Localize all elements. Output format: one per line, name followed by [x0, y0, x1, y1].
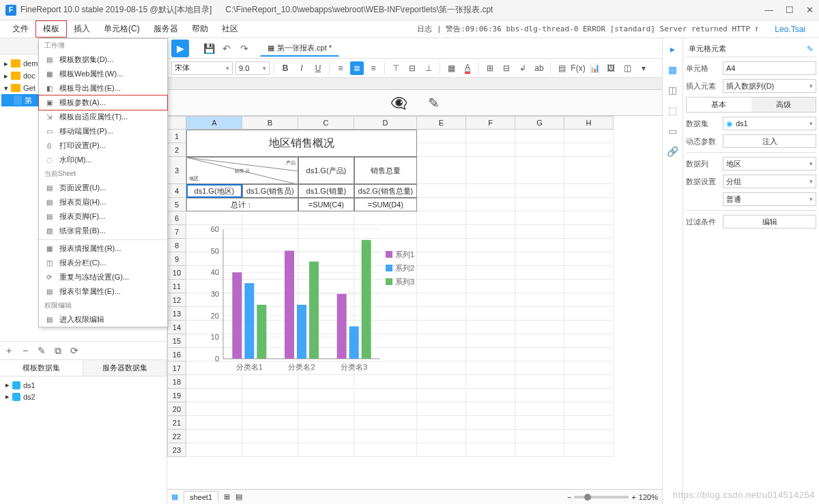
dataset-select[interactable]: ◉ds1 — [723, 117, 816, 130]
diag-cell[interactable]: 产品 销售员 地区 — [186, 157, 298, 184]
grid-icon[interactable]: ▦ — [666, 63, 680, 76]
style-icon[interactable]: ◫ — [666, 83, 680, 97]
refresh-button[interactable]: ⟳ — [68, 344, 81, 357]
dd-auth-edit[interactable]: ▤进入权限编辑 — [39, 312, 167, 327]
col-header[interactable]: E — [417, 116, 466, 130]
row-header[interactable]: 21 — [167, 416, 186, 430]
row-header[interactable]: 17 — [167, 361, 186, 375]
menu-community[interactable]: 社区 — [215, 21, 245, 37]
row-header[interactable]: 10 — [167, 266, 186, 280]
unmerge-icon[interactable]: ⊟ — [500, 61, 513, 75]
function-icon[interactable]: F(x) — [571, 61, 585, 75]
dataset-item[interactable]: ▸ds2 — [3, 391, 164, 402]
add-button[interactable]: + — [3, 344, 15, 357]
dd-template-params[interactable]: ▣模板参数(A)... — [38, 95, 168, 110]
border-icon[interactable]: ▦ — [444, 61, 458, 75]
embedded-chart[interactable]: 0102030405060分类名1分类名2分类名3系列1系列2系列3 — [196, 222, 428, 379]
row-header[interactable]: 13 — [167, 307, 186, 321]
col-header[interactable]: C — [298, 116, 354, 130]
copy-button[interactable]: ⧉ — [52, 344, 64, 357]
row-header[interactable]: 11 — [167, 280, 186, 293]
sheet-tab[interactable]: sheet1 — [184, 491, 218, 503]
title-cell[interactable]: 地区销售概况 — [186, 130, 417, 157]
rp-tab-advanced[interactable]: 高级 — [751, 98, 816, 112]
filter-edit-button[interactable]: 编辑 — [723, 215, 816, 228]
col-header[interactable]: D — [354, 116, 417, 130]
row-header[interactable]: 6 — [167, 211, 186, 225]
col-header[interactable]: B — [242, 116, 298, 130]
size-select[interactable]: 9.0 — [235, 61, 270, 75]
dd-mobile[interactable]: ▭移动端属性(P)... — [39, 124, 167, 138]
remove-button[interactable]: − — [19, 344, 31, 357]
image-icon[interactable]: 🖼 — [604, 61, 618, 75]
corner-cell[interactable] — [167, 116, 186, 130]
add-sheet-icon[interactable]: ⊞ — [224, 492, 230, 501]
align-left-icon[interactable]: ≡ — [334, 61, 347, 75]
maximize-button[interactable]: ☐ — [786, 5, 794, 15]
user-name[interactable]: Leo.Tsai — [766, 23, 814, 35]
expand-icon[interactable]: ⬚ — [666, 104, 680, 117]
ds-tab-template[interactable]: 模板数据集 — [0, 360, 83, 376]
cell-element-icon[interactable]: ▸ — [666, 42, 680, 56]
dataset-item[interactable]: ▸ds1 — [3, 379, 164, 391]
row-header[interactable]: 20 — [167, 402, 186, 416]
dd-paper-bg[interactable]: ▨纸张背景(B)... — [39, 224, 167, 238]
menu-server[interactable]: 服务器 — [147, 21, 185, 37]
sheet-menu-icon[interactable]: ▤ — [235, 492, 242, 501]
chart-icon[interactable]: 📊 — [588, 61, 601, 75]
dd-template-adaptive[interactable]: ⇲模板自适应属性(T)... — [39, 110, 167, 124]
wrap-icon[interactable]: ↲ — [516, 61, 530, 75]
align-center-icon[interactable]: ≣ — [350, 61, 364, 75]
close-button[interactable]: ✕ — [806, 5, 814, 15]
parameter-bar[interactable]: 👁‍🗨 ✎ — [167, 90, 662, 116]
cell-ref-input[interactable]: A4 — [723, 61, 816, 75]
dd-watermark[interactable]: ◌水印(M)... — [39, 153, 167, 167]
dd-template-web[interactable]: ▦模板Web属性(W)... — [39, 67, 167, 81]
menu-insert[interactable]: 插入 — [67, 21, 97, 37]
row-header[interactable]: 14 — [167, 321, 186, 334]
dd-repeat-freeze[interactable]: ⟳重复与冻结设置(G)... — [39, 270, 167, 284]
zoom-out-icon[interactable]: − — [567, 493, 571, 501]
italic-icon[interactable]: I — [295, 61, 308, 75]
row-header[interactable]: 15 — [167, 334, 186, 348]
merge-icon[interactable]: ⊞ — [483, 61, 497, 75]
row-header[interactable]: 9 — [167, 252, 186, 266]
row-header[interactable]: 23 — [167, 443, 186, 457]
cell[interactable]: 销售总量 — [354, 157, 417, 184]
cell[interactable]: ds1.G(销售员) — [242, 184, 298, 198]
zoom-slider[interactable] — [574, 496, 629, 499]
font-select[interactable]: 宋体 — [171, 61, 233, 75]
row-header[interactable]: 5 — [167, 198, 186, 211]
menu-template[interactable]: 模板 — [35, 20, 67, 38]
row-header[interactable]: 3 — [167, 157, 186, 184]
link-icon[interactable]: 🔗 — [666, 145, 680, 158]
cell[interactable]: ds1.G(产品) — [298, 157, 354, 184]
preview-button[interactable]: ▶ — [171, 40, 189, 57]
col-header[interactable]: F — [466, 116, 515, 130]
gear-icon[interactable]: ✎ — [807, 44, 814, 54]
underline-icon[interactable]: U — [311, 61, 325, 75]
dd-print[interactable]: ⎙打印设置(P)... — [39, 138, 167, 153]
align-right-icon[interactable]: ≡ — [367, 61, 380, 75]
row-header[interactable]: 1 — [167, 130, 186, 143]
redo-icon[interactable]: ↷ — [237, 41, 252, 56]
doc-tab[interactable]: ▦第一张报表.cpt * — [260, 40, 339, 57]
edit-ds-button[interactable]: ✎ — [35, 344, 48, 357]
fontcolor-icon[interactable]: A — [461, 61, 474, 75]
row-header[interactable]: 7 — [167, 225, 186, 239]
dd-template-dataset[interactable]: ▤模板数据集(D)... — [39, 53, 167, 67]
row-header[interactable]: 19 — [167, 389, 186, 402]
cell[interactable]: ds2.G(销售总量) — [354, 184, 417, 198]
more-icon[interactable]: ▾ — [637, 61, 650, 75]
edit-icon[interactable]: ✎ — [428, 95, 440, 111]
filter-icon[interactable]: ▭ — [666, 124, 680, 138]
col-header[interactable]: H — [564, 116, 614, 130]
menu-file[interactable]: 文件 — [5, 21, 35, 37]
datacol-select[interactable]: 地区 — [723, 157, 816, 171]
save-icon[interactable]: 💾 — [201, 41, 216, 56]
cell[interactable]: 总计： — [186, 198, 298, 211]
cell[interactable]: =SUM(C4) — [298, 198, 354, 211]
valign-top-icon[interactable]: ⊤ — [389, 61, 403, 75]
dd-fill-attr[interactable]: ▦报表填报属性(R)... — [39, 241, 167, 256]
valign-mid-icon[interactable]: ⊟ — [405, 61, 419, 75]
